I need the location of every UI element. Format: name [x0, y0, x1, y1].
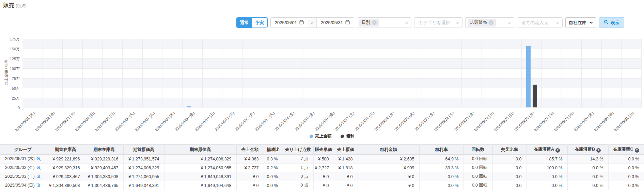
table-cell: ¥ 1,274,006,329 [164, 155, 236, 163]
column-header-label: 在庫滞留A [534, 147, 554, 152]
help-icon[interactable]: ? [635, 148, 639, 153]
display-button[interactable]: 表示 [599, 17, 624, 28]
vertical-gridline [621, 39, 622, 107]
table-cell: 0.0 % [608, 155, 644, 163]
table-cell: ¥ 1,304,380,508 [46, 181, 85, 190]
table-cell: ¥ 1,304,380,508 [85, 172, 123, 181]
table-row: 2025/05/03 (土)¥ 929,403,467¥ 1,304,380,5… [0, 172, 644, 181]
group-date-label: 2025/05/04 (日) [5, 183, 35, 188]
sales-bar[interactable] [526, 46, 531, 107]
date-range-picker: 2025/05/01 > 2025/05/31 [270, 17, 354, 28]
table-cell: ¥ 929,329,316 [85, 155, 123, 163]
mode-forecast-button[interactable]: 予実 [252, 18, 267, 28]
column-header-10: 粗利金額 [358, 145, 419, 155]
y-axis-tick-label: 0 [0, 106, 20, 110]
table-cell: ¥ 4,063 [236, 155, 264, 163]
column-header-16: 在庫滞留C? [608, 145, 644, 155]
mode-normal-button[interactable]: 通常 [237, 18, 252, 28]
zoom-icon[interactable] [36, 174, 41, 179]
table-cell: 0.0 回転 [464, 155, 492, 163]
plot-band [22, 98, 641, 108]
plot-band [22, 49, 641, 58]
table-cell: ¥ 1,304,436,765 [85, 181, 123, 190]
table-cell: 0.0 % [419, 172, 464, 181]
column-header-label: 販売単価 [315, 147, 332, 152]
legend-label: 粗利 [346, 133, 355, 139]
date-range-arrow[interactable]: > [308, 18, 317, 28]
zoom-icon[interactable] [36, 183, 41, 188]
group-date-label: 2025/05/03 (土) [5, 174, 35, 179]
group-date-label: 2025/05/02 (金) [5, 165, 35, 171]
table-cell: ¥ 0 [334, 172, 358, 181]
table-cell: 0.0 % [419, 181, 464, 190]
legend-item-sales[interactable]: 売上金額 [310, 133, 332, 139]
remove-granularity-tag-icon[interactable] [372, 20, 377, 25]
table-cell: ¥ 1,274,060,955 [164, 163, 236, 172]
sales-bar[interactable] [187, 106, 191, 107]
vertical-gridline [222, 39, 222, 107]
plot-band [22, 39, 641, 49]
granularity-tag: 日別 [359, 19, 379, 27]
table-cell: ¥ 929,329,316 [46, 163, 85, 172]
table-cell: 0.2 % [264, 163, 283, 172]
vertical-gridline [202, 39, 203, 107]
vertical-gridline [122, 39, 123, 107]
vertical-gridline [641, 39, 642, 107]
calendar-icon [345, 20, 350, 25]
table-cell: 7 点 [283, 155, 313, 163]
table-cell: 0.0 % [608, 163, 644, 172]
column-header-0: グループ [0, 145, 46, 155]
remove-channel-tag-icon[interactable] [489, 20, 493, 25]
legend-item-gross-profit[interactable]: 粗利 [341, 133, 355, 139]
table-header-row: グループ期首在庫高期末在庫高期首原価高期末原価高売上金額構成比売り上げ点数販売単… [0, 145, 644, 155]
channel-select[interactable]: 店頭販売 [465, 17, 514, 28]
column-header-label: 売り上げ点数 [285, 147, 311, 152]
category-placeholder: カテゴリを選択 [417, 20, 450, 26]
table-cell: ¥ 2,635 [358, 155, 419, 163]
vertical-gridline [162, 39, 162, 107]
granularity-select[interactable]: 日別 [357, 17, 411, 28]
inflow-source-placeholder: 全ての流入元 [519, 20, 548, 26]
table-cell: ¥ 929,403,467 [46, 172, 85, 181]
plot-band [22, 78, 641, 88]
table-cell: 0.0 [492, 155, 527, 163]
gross-profit-bar[interactable] [533, 85, 537, 107]
chart-legend: 売上金額粗利 [22, 133, 641, 139]
sales-table-container: グループ期首在庫高期末在庫高期首原価高期末原価高売上金額構成比売り上げ点数販売単… [0, 144, 644, 190]
stock-select[interactable]: 自社在庫 [565, 17, 596, 28]
zoom-icon[interactable] [36, 166, 41, 170]
date-from-input[interactable]: 2025/05/01 [271, 18, 308, 28]
zoom-icon[interactable] [36, 157, 41, 161]
help-icon[interactable]: ? [555, 148, 560, 153]
page-title-suffix: (税抜) [16, 3, 27, 8]
group-cell: 2025/05/02 (金) [0, 163, 46, 172]
vertical-gridline [82, 39, 83, 107]
group-cell-content: 2025/05/03 (土) [5, 174, 41, 179]
page-title: 販売 [3, 2, 14, 8]
table-cell: ¥ 1,274,060,955 [123, 172, 164, 181]
legend-dot-icon [310, 135, 313, 138]
table-row: 2025/05/01 (木)¥ 929,221,696¥ 929,329,316… [0, 155, 644, 163]
date-to-input[interactable]: 2025/05/31 [317, 18, 354, 28]
table-cell: 0.0 % [567, 163, 608, 172]
column-header-4: 期末原価高 [164, 145, 236, 155]
calendar-icon [299, 20, 304, 25]
table-cell: ¥ 580 [313, 155, 334, 163]
vertical-gridline [601, 39, 602, 107]
inflow-source-select[interactable]: 全ての流入元 [517, 17, 563, 28]
table-cell: 0.0 [492, 181, 527, 190]
date-from-value: 2025/05/01 [275, 20, 297, 25]
table-cell: 0.0 % [527, 172, 567, 181]
help-icon[interactable]: ? [596, 148, 601, 153]
table-cell: 33.3 % [419, 163, 464, 172]
column-header-label: 期首原価高 [133, 147, 155, 152]
category-select[interactable]: カテゴリを選択 [414, 17, 462, 28]
vertical-gridline [382, 39, 382, 107]
table-cell: 0.0 % [527, 181, 567, 190]
vertical-gridline [43, 39, 43, 107]
column-header-6: 構成比 [264, 145, 283, 155]
vertical-gridline [581, 39, 582, 107]
plot-band [22, 88, 641, 98]
vertical-gridline [242, 39, 242, 107]
legend-label: 売上金額 [315, 133, 332, 139]
